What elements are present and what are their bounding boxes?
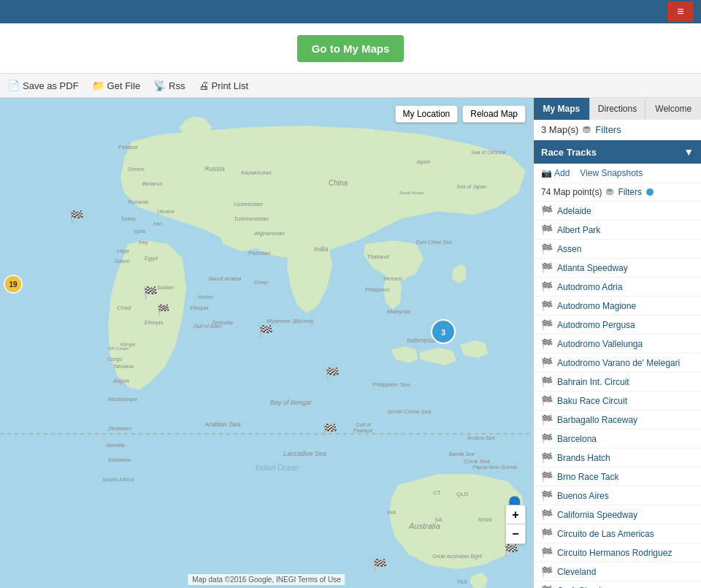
view-snapshots-button[interactable]: View Snapshots — [580, 168, 643, 178]
track-flag-icon: 🏁 — [541, 319, 553, 330]
menu-button[interactable]: ≡ — [667, 1, 694, 22]
track-flag-icon: 🏁 — [541, 376, 553, 387]
svg-text:Syria: Syria — [134, 229, 145, 234]
track-list-item[interactable]: 🏁Autodromo Adria — [534, 278, 701, 297]
reload-map-button[interactable]: Reload Map — [462, 105, 526, 123]
svg-text:CT: CT — [433, 489, 441, 496]
track-list-item[interactable]: 🏁Circuito Hermanos Rodriguez — [534, 543, 701, 562]
svg-text:Afghanistan: Afghanistan — [253, 230, 286, 237]
svg-text:Gulf of: Gulf of — [356, 422, 372, 427]
sidebar: My Maps Directions Welcome 3 Map(s) ⛃ Fi… — [533, 98, 701, 588]
track-list-item[interactable]: 🏁Atlanta Speedway — [534, 259, 701, 278]
zoom-out-button[interactable]: − — [506, 524, 525, 543]
svg-text:Saudi Arabia: Saudi Arabia — [208, 275, 242, 282]
track-name: Autodromo Varano de' Melegari — [557, 358, 680, 368]
race-tracks-header[interactable]: Race Tracks ▼ — [534, 140, 701, 164]
svg-text:Iraq: Iraq — [139, 240, 148, 245]
track-list-item[interactable]: 🏁Brands Hatch — [534, 448, 701, 467]
filter-points-icon: ⛃ — [606, 187, 613, 197]
svg-text:South China Sea: South China Sea — [387, 408, 432, 415]
zoom-in-button[interactable]: + — [506, 505, 525, 524]
print-list-button[interactable]: 🖨 Print List — [199, 80, 249, 91]
svg-text:Sudan: Sudan — [157, 284, 175, 291]
svg-text:19: 19 — [9, 280, 18, 289]
save-pdf-button[interactable]: 📄 Save as PDF — [7, 80, 79, 91]
svg-text:Laccadive Sea: Laccadive Sea — [283, 450, 326, 457]
track-flag-icon: 🏁 — [541, 205, 553, 216]
rss-icon: 📡 — [153, 80, 166, 91]
tab-my-maps[interactable]: My Maps — [534, 98, 590, 120]
svg-text:Papua New Guinea: Papua New Guinea — [472, 465, 517, 470]
tab-welcome[interactable]: Welcome — [646, 98, 701, 120]
track-list-item[interactable]: 🏁Brno Race Tack — [534, 467, 701, 486]
track-name: Autodromo Vallelunga — [557, 339, 643, 349]
track-list-item[interactable]: 🏁California Speedway — [534, 505, 701, 524]
chevron-down-icon: ▼ — [683, 146, 694, 158]
svg-text:East China Sea: East China Sea — [416, 240, 452, 245]
svg-text:Coral Sea: Coral Sea — [464, 458, 490, 465]
svg-text:Turkey: Turkey — [120, 216, 136, 222]
track-list-item[interactable]: 🏁Adelaide — [534, 202, 701, 221]
svg-text:Thailand: Thailand — [367, 253, 389, 260]
svg-text:Myanmar (Burma): Myanmar (Burma) — [267, 318, 314, 324]
filters-points-label[interactable]: Filters — [618, 187, 642, 197]
track-flag-icon: 🏁 — [541, 224, 553, 235]
view-snapshots-label: View Snapshots — [580, 168, 643, 178]
svg-text:Sea of Japan: Sea of Japan — [456, 184, 486, 190]
track-list-item[interactable]: 🏁Autodromo Magione — [534, 297, 701, 316]
track-list-item[interactable]: 🏁Bahrain Int. Circuit — [534, 373, 701, 392]
svg-text:Mozambique: Mozambique — [108, 397, 137, 402]
track-flag-icon: 🏁 — [541, 509, 553, 520]
my-location-button[interactable]: My Location — [395, 105, 459, 123]
track-list-item[interactable]: 🏁Baku Race Circuit — [534, 392, 701, 411]
svg-text:WA: WA — [387, 509, 397, 516]
svg-text:Turkmenistan: Turkmenistan — [234, 215, 269, 222]
track-list-item[interactable]: 🏁Buenos Aires — [534, 486, 701, 505]
track-name: Circuito Hermanos Rodriguez — [557, 548, 672, 558]
svg-text:Great Australian Bight: Great Australian Bight — [432, 554, 483, 560]
track-list-item[interactable]: 🏁Albert Park — [534, 221, 701, 240]
track-list: 🏁Adelaide🏁Albert Park🏁Assen🏁Atlanta Spee… — [534, 202, 701, 588]
track-list-item[interactable]: 🏁Barcelona — [534, 429, 701, 448]
svg-text:Zimbabwe: Zimbabwe — [107, 426, 131, 431]
toolbar: 📄 Save as PDF 📁 Get File 📡 Rss 🖨 Print L… — [0, 73, 701, 98]
goto-bar: Go to My Maps — [0, 23, 701, 73]
goto-my-maps-button[interactable]: Go to My Maps — [297, 35, 405, 62]
track-list-item[interactable]: 🏁Assen — [534, 240, 701, 259]
add-button[interactable]: 📷 Add — [541, 168, 570, 178]
svg-text:Finland: Finland — [118, 144, 138, 150]
sidebar-tabs: My Maps Directions Welcome — [534, 98, 701, 120]
svg-text:South Korea: South Korea — [399, 191, 424, 195]
track-list-item[interactable]: 🏁Barbagallo Raceway — [534, 411, 701, 429]
svg-text:Japan: Japan — [415, 159, 430, 165]
camera-icon: 📷 — [541, 168, 552, 178]
svg-text:Egypt: Egypt — [145, 256, 158, 261]
svg-text:SA: SA — [434, 516, 443, 523]
filters-label[interactable]: Filters — [595, 124, 621, 135]
action-row: 📷 Add View Snapshots — [534, 164, 701, 183]
svg-text:Belarus: Belarus — [142, 180, 162, 187]
svg-text:TAS: TAS — [456, 579, 468, 585]
track-name: Circuito de Las Americas — [557, 529, 654, 539]
svg-text:Chad: Chad — [117, 305, 131, 311]
svg-text:Indian Ocean: Indian Ocean — [256, 464, 299, 472]
track-list-item[interactable]: 🏁Cleveland — [534, 562, 701, 581]
track-flag-icon: 🏁 — [541, 547, 553, 558]
svg-text:NSW: NSW — [478, 516, 492, 523]
track-name: Brands Hatch — [557, 453, 610, 463]
track-list-item[interactable]: 🏁Autodromo Pergusa — [534, 316, 701, 335]
map-area[interactable]: Russia Belarus Romania Ukraine Turkey Sy… — [0, 98, 533, 588]
rss-label: Rss — [169, 80, 185, 91]
svg-text:🏁: 🏁 — [323, 423, 337, 437]
tab-directions[interactable]: Directions — [590, 98, 646, 120]
track-list-item[interactable]: 🏁Circuito de Las Americas — [534, 524, 701, 543]
track-list-item[interactable]: 🏁Autodromo Varano de' Melegari — [534, 354, 701, 373]
svg-text:🏁: 🏁 — [157, 304, 170, 316]
rss-button[interactable]: 📡 Rss — [153, 80, 185, 91]
track-name: Adelaide — [557, 206, 591, 216]
get-file-button[interactable]: 📁 Get File — [92, 80, 141, 91]
track-list-item[interactable]: 🏁Croft Circuit — [534, 581, 701, 588]
svg-text:Tanzania: Tanzania — [113, 364, 134, 369]
track-flag-icon: 🏁 — [541, 452, 553, 463]
track-list-item[interactable]: 🏁Autodromo Vallelunga — [534, 335, 701, 354]
